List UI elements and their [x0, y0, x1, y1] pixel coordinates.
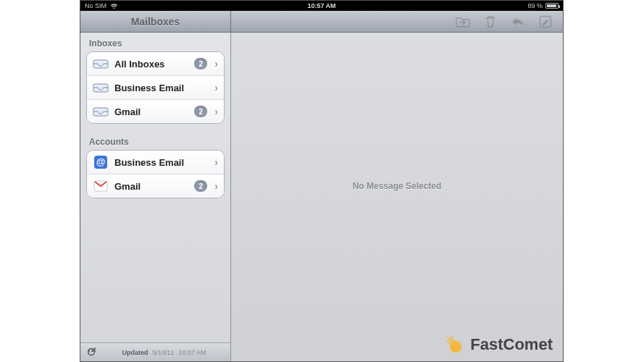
- unread-badge: 2: [194, 180, 207, 192]
- inbox-row-label: Gmail: [114, 106, 188, 117]
- inbox-row-gmail[interactable]: Gmail 2 ›: [87, 100, 224, 123]
- accounts-group: @ Business Email › Gmail 2 ›: [86, 150, 225, 198]
- sidebar: Inboxes All Inboxes 2 › Business Email ›: [80, 33, 231, 361]
- reply-button[interactable]: [511, 15, 525, 28]
- updated-date: 5/10/11: [152, 349, 174, 356]
- chevron-right-icon: ›: [214, 82, 218, 93]
- inbox-tray-icon: [93, 105, 109, 118]
- comet-icon: [446, 335, 464, 354]
- sidebar-title: Mailboxes: [80, 11, 231, 32]
- unread-badge: 2: [194, 58, 207, 70]
- inbox-row-all[interactable]: All Inboxes 2 ›: [87, 52, 224, 76]
- svg-text:@: @: [96, 156, 106, 167]
- inbox-tray-icon: [93, 81, 109, 94]
- chevron-right-icon: ›: [214, 156, 218, 168]
- clock-text: 10:57 AM: [80, 2, 563, 9]
- refresh-button[interactable]: [86, 347, 96, 358]
- updated-label: Updated: [122, 349, 148, 356]
- inbox-tray-icon: [93, 57, 109, 70]
- status-bar: No SIM 10:57 AM 89 %: [80, 1, 563, 11]
- gmail-icon: [93, 180, 109, 193]
- sidebar-footer: Updated 5/10/11 10:57 AM: [80, 342, 230, 361]
- account-row-label: Gmail: [114, 181, 188, 192]
- section-label-inboxes: Inboxes: [80, 33, 230, 51]
- message-pane: No Message Selected FastComet: [231, 33, 563, 361]
- toolbar: Mailboxes: [80, 11, 563, 33]
- chevron-right-icon: ›: [214, 58, 218, 70]
- main-toolbar: [231, 11, 563, 32]
- watermark-text: FastComet: [470, 335, 553, 354]
- account-row-label: Business Email: [114, 157, 207, 168]
- watermark: FastComet: [446, 335, 553, 354]
- account-row-gmail[interactable]: Gmail 2 ›: [87, 174, 224, 198]
- at-sign-icon: @: [93, 156, 109, 169]
- chevron-right-icon: ›: [214, 180, 218, 192]
- inbox-row-label: All Inboxes: [114, 59, 188, 70]
- ipad-mail-app: No SIM 10:57 AM 89 % Mailboxes: [80, 0, 564, 362]
- inbox-row-business[interactable]: Business Email ›: [87, 76, 224, 100]
- compose-button[interactable]: [538, 15, 553, 28]
- unread-badge: 2: [194, 106, 207, 117]
- updated-time: 10:57 AM: [179, 349, 206, 356]
- account-row-business[interactable]: @ Business Email ›: [87, 151, 224, 174]
- battery-icon: [545, 3, 559, 9]
- svg-point-7: [450, 341, 461, 353]
- move-to-folder-button[interactable]: [456, 15, 470, 28]
- section-label-accounts: Accounts: [80, 131, 230, 150]
- inbox-row-label: Business Email: [114, 83, 207, 93]
- delete-button[interactable]: [483, 15, 498, 28]
- chevron-right-icon: ›: [214, 106, 218, 117]
- inboxes-group: All Inboxes 2 › Business Email › Gmail: [86, 51, 225, 124]
- empty-state-text: No Message Selected: [353, 181, 442, 191]
